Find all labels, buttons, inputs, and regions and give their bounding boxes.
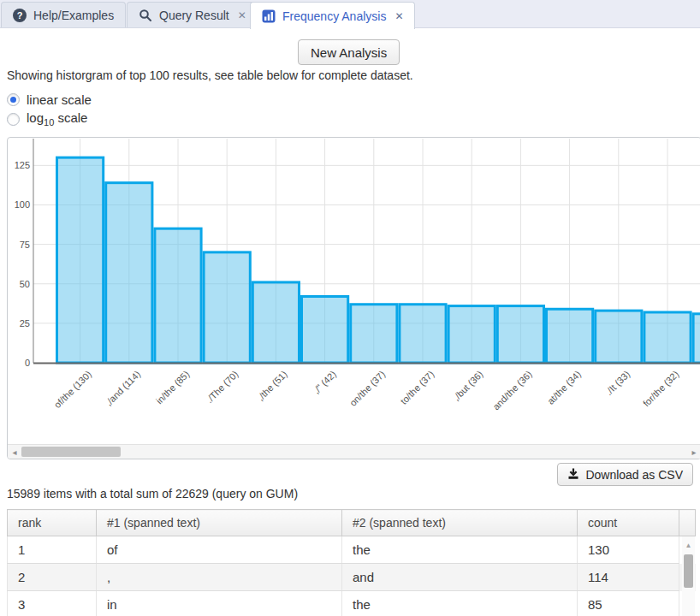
scroll-left-arrow-icon[interactable]: ◂ bbox=[9, 446, 21, 459]
linear-scale-option[interactable]: linear scale bbox=[7, 92, 92, 107]
svg-text:in/the (85): in/the (85) bbox=[154, 369, 192, 406]
cell-span1: in bbox=[97, 591, 342, 616]
cell-span1: of bbox=[97, 536, 342, 564]
histogram-notice: Showing historgram of top 100 results, s… bbox=[7, 68, 413, 82]
linear-scale-label: linear scale bbox=[27, 92, 92, 107]
tab-frequency-analysis[interactable]: Frequency Analysis ✕ bbox=[250, 2, 415, 29]
cell-rank: 2 bbox=[8, 564, 97, 591]
close-icon[interactable]: ✕ bbox=[394, 11, 403, 21]
tab-label: Frequency Analysis bbox=[282, 9, 386, 23]
cell-count: 130 bbox=[578, 536, 679, 564]
table-row[interactable]: 2 , and 114 bbox=[8, 564, 696, 591]
svg-text:./It (33): ./It (33) bbox=[603, 369, 632, 397]
cell-count: 114 bbox=[578, 564, 679, 591]
scroll-up-arrow-icon[interactable]: ▲ bbox=[682, 542, 695, 549]
cell-span2: and bbox=[342, 564, 578, 591]
col-header-span2[interactable]: #2 (spanned text) bbox=[342, 510, 578, 536]
histogram-panel: 0255075100125of/the (130),/and (114)in/t… bbox=[7, 137, 700, 459]
download-icon bbox=[567, 468, 579, 482]
cell-count: 85 bbox=[578, 591, 679, 616]
cell-span2: the bbox=[342, 536, 578, 564]
log-scale-option[interactable]: log10 scale bbox=[7, 110, 87, 127]
tab-label: Help/Examples bbox=[33, 9, 114, 22]
frequency-table: rank #1 (spanned text) #2 (spanned text)… bbox=[7, 509, 696, 616]
svg-text:,/and (114): ,/and (114) bbox=[104, 369, 143, 408]
svg-text:of/the (130): of/the (130) bbox=[52, 369, 93, 410]
table-header-row: rank #1 (spanned text) #2 (spanned text)… bbox=[8, 510, 696, 536]
bar-chart-icon bbox=[262, 9, 276, 23]
svg-text:for/the (32): for/the (32) bbox=[641, 369, 681, 409]
scrollbar-thumb[interactable] bbox=[684, 554, 693, 588]
cell-span1: , bbox=[97, 564, 342, 591]
tab-bar: ? Help/Examples Query Result ✕ bbox=[0, 0, 700, 28]
close-icon[interactable]: ✕ bbox=[238, 10, 246, 21]
svg-text:at/the (34): at/the (34) bbox=[545, 369, 583, 406]
table-vertical-scrollbar[interactable]: ▲ bbox=[682, 536, 695, 616]
svg-text:to/the (37): to/the (37) bbox=[398, 369, 436, 406]
col-header-count[interactable]: count bbox=[578, 510, 679, 536]
svg-text:100: 100 bbox=[15, 199, 30, 210]
svg-text:0: 0 bbox=[25, 358, 30, 368]
svg-text:,/but (36): ,/but (36) bbox=[451, 369, 485, 403]
frequency-analysis-page: ? Help/Examples Query Result ✕ bbox=[0, 0, 700, 616]
svg-text:./The (70): ./The (70) bbox=[204, 369, 240, 405]
col-header-spacer bbox=[679, 510, 696, 536]
radio-icon[interactable] bbox=[7, 93, 20, 106]
cell-rank: 1 bbox=[8, 536, 97, 564]
table-row[interactable]: 1 of the 130 bbox=[8, 536, 696, 564]
tab-label: Query Result bbox=[159, 9, 229, 22]
download-csv-button[interactable]: Download as CSV bbox=[557, 463, 693, 486]
tab-query-result[interactable]: Query Result ✕ bbox=[127, 2, 258, 27]
frequency-histogram: 0255075100125of/the (130),/and (114)in/t… bbox=[8, 138, 700, 444]
chart-horizontal-scrollbar[interactable]: ◂ ▸ bbox=[8, 444, 700, 459]
log-scale-label: log10 scale bbox=[27, 110, 87, 127]
result-summary: 15989 items with a total sum of 22629 (q… bbox=[7, 487, 298, 500]
radio-icon[interactable] bbox=[7, 113, 20, 126]
magnifier-icon bbox=[139, 9, 152, 22]
svg-text:,/the (51): ,/the (51) bbox=[255, 369, 289, 403]
svg-text:,/" (42): ,/" (42) bbox=[311, 369, 338, 396]
svg-text:on/the (37): on/the (37) bbox=[347, 369, 387, 408]
cell-rank: 3 bbox=[8, 591, 97, 616]
svg-text:25: 25 bbox=[20, 318, 30, 329]
scrollbar-thumb[interactable] bbox=[21, 447, 121, 457]
col-header-span1[interactable]: #1 (spanned text) bbox=[97, 510, 342, 536]
svg-text:50: 50 bbox=[20, 279, 30, 289]
svg-text:and/the (36): and/the (36) bbox=[490, 369, 533, 412]
svg-text:75: 75 bbox=[20, 240, 30, 250]
tab-help-examples[interactable]: ? Help/Examples bbox=[1, 2, 126, 27]
col-header-rank[interactable]: rank bbox=[8, 510, 97, 536]
svg-text:125: 125 bbox=[15, 160, 30, 170]
new-analysis-button[interactable]: New Analysis bbox=[298, 39, 400, 65]
cell-span2: the bbox=[342, 591, 578, 616]
scroll-right-arrow-icon[interactable]: ▸ bbox=[688, 446, 700, 459]
help-icon: ? bbox=[13, 9, 27, 22]
table-row[interactable]: 3 in the 85 bbox=[8, 591, 696, 616]
